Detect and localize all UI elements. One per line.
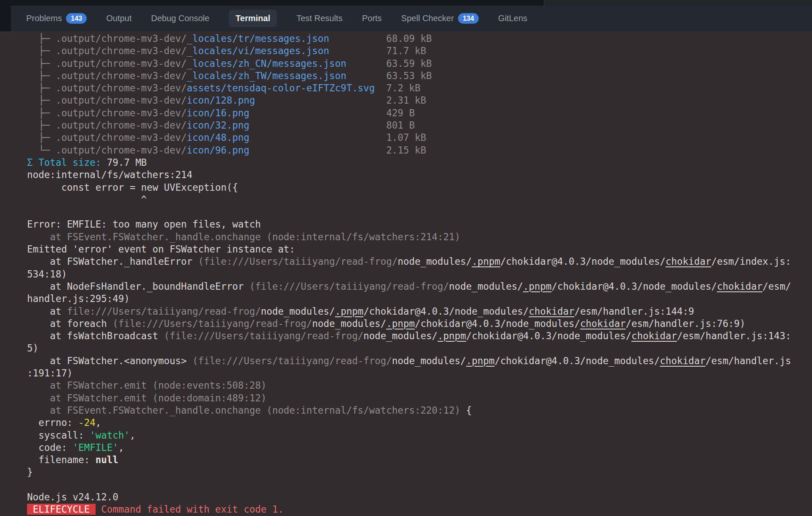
text-segment: 534:18)	[27, 269, 67, 280]
text-segment: /esm/handler.js:144:9	[574, 306, 694, 317]
terminal-output[interactable]: ├─ .output/chrome-mv3-dev/_locales/tr/me…	[27, 33, 801, 516]
tab-label: Debug Console	[151, 14, 209, 23]
file-tree-row: ├─ .output/chrome-mv3-dev/_locales/zh_TW…	[27, 70, 801, 82]
terminal-line: :191:17)	[27, 367, 801, 379]
text-segment: /chokidar@4.0.3/node_modules/	[363, 306, 529, 317]
text-segment: ,	[118, 442, 124, 453]
text-segment: Node.js v24.12.0	[27, 491, 118, 502]
text-segment: 'watch'	[90, 430, 129, 441]
tab-label: Ports	[362, 14, 382, 23]
terminal-line: at FSEvent.FSWatcher._handle.onchange (n…	[27, 231, 801, 243]
file-tree-row: ├─ .output/chrome-mv3-dev/_locales/zh_CN…	[27, 58, 801, 70]
text-segment: node:internal/fs/watchers:214	[27, 169, 192, 180]
terminal-line: at fsWatchBroadcast (file:///Users/taiii…	[27, 330, 801, 342]
text-segment: /esm/	[763, 281, 791, 292]
tab-spell-checker[interactable]: Spell Checker134	[401, 13, 479, 24]
terminal-line: Emitted 'error' event on FSWatcher insta…	[27, 243, 801, 255]
tab-debug-console[interactable]: Debug Console	[151, 14, 209, 23]
text-segment: (file:///Users/taiiiyang/read-frog/	[164, 330, 364, 341]
text-segment: /chokidar@4.0.3/node_modules/	[551, 281, 717, 292]
file-path: _locales/zh_TW/messages.json	[187, 70, 346, 81]
text-segment: /chokidar@4.0.3/node_modules/	[415, 318, 580, 329]
editor-edge-strip-right	[544, 0, 812, 5]
tab-terminal[interactable]: Terminal	[229, 10, 277, 27]
tab-label: GitLens	[498, 14, 527, 23]
text-segment: /chokidar@4.0.3/node_modules/	[494, 355, 660, 366]
text-segment: .pnpm	[523, 281, 551, 292]
file-tree-row: └─ .output/chrome-mv3-dev/icon/96.png2.1…	[27, 144, 801, 156]
tree-branch-and-dir: └─ .output/chrome-mv3-dev/	[27, 145, 187, 156]
text-segment: (file:///Users/taiiiyang/read-frog/	[112, 318, 312, 329]
file-size: 68.09 kB	[386, 33, 432, 45]
text-segment: .pnpm	[472, 256, 500, 267]
tab-count-badge: 143	[66, 13, 87, 24]
tab-label: Output	[106, 14, 132, 23]
file-size: 801 B	[386, 119, 414, 132]
text-segment: Σ Total size:	[27, 157, 101, 168]
terminal-line: 5)	[27, 342, 801, 354]
terminal-line: at FSWatcher.emit (node:domain:489:12)	[27, 392, 801, 404]
tree-branch-and-dir: ├─ .output/chrome-mv3-dev/	[27, 82, 187, 93]
terminal-line: 534:18)	[27, 268, 801, 280]
text-segment: at	[27, 306, 67, 317]
tree-branch-and-dir: ├─ .output/chrome-mv3-dev/	[27, 70, 187, 81]
text-segment: ^	[27, 194, 147, 205]
file-tree-row: ├─ .output/chrome-mv3-dev/_locales/vi/me…	[27, 45, 801, 57]
terminal-line: at NodeFsHandler._boundHandleError (file…	[27, 280, 801, 293]
text-segment: code:	[27, 442, 73, 453]
file-size: 2.31 kB	[386, 94, 426, 107]
tab-output[interactable]: Output	[106, 14, 132, 23]
tab-test-results[interactable]: Test Results	[296, 14, 343, 23]
tab-problems[interactable]: Problems143	[26, 13, 87, 24]
file-size: 1.07 kB	[386, 132, 426, 144]
tab-gitlens[interactable]: GitLens	[498, 14, 527, 23]
tree-branch-and-dir: ├─ .output/chrome-mv3-dev/	[27, 107, 187, 118]
text-segment: ,	[96, 417, 101, 428]
text-segment: ,	[130, 430, 135, 441]
terminal-line: ELIFECYCLE Command failed with exit code…	[27, 503, 801, 516]
text-segment: chokidar	[666, 256, 711, 267]
text-segment: at FSWatcher.emit (node:events:508:28)	[27, 380, 266, 391]
file-size: 71.7 kB	[386, 45, 426, 57]
text-segment: at NodeFsHandler._boundHandleError	[27, 281, 250, 292]
text-segment: /chokidar@4.0.3/node_modules/	[500, 256, 666, 267]
text-segment: .pnpm	[335, 306, 363, 317]
file-path: _locales/tr/messages.json	[187, 33, 329, 44]
file-path: _locales/zh_CN/messages.json	[187, 58, 346, 69]
text-segment: .pnpm	[466, 355, 494, 366]
text-segment: at FSWatcher.<anonymous>	[27, 355, 192, 366]
tab-label: Spell Checker	[401, 14, 454, 23]
text-segment: 'EMFILE'	[73, 442, 118, 453]
terminal-line	[27, 206, 801, 218]
terminal-line: syscall: 'watch',	[27, 429, 801, 442]
file-size: 63.59 kB	[386, 58, 432, 70]
text-segment: node_modules/	[392, 355, 466, 366]
text-segment: node_modules/	[261, 306, 335, 317]
tab-ports[interactable]: Ports	[362, 14, 382, 23]
tree-branch-and-dir: ├─ .output/chrome-mv3-dev/	[27, 33, 187, 44]
terminal-line: errno: -24,	[27, 417, 801, 429]
tree-branch-and-dir: ├─ .output/chrome-mv3-dev/	[27, 58, 187, 69]
terminal-line: ^	[27, 194, 801, 206]
text-segment: (file:///Users/taiiiyang/read-frog/	[192, 355, 392, 366]
tab-label: Problems	[26, 14, 62, 23]
text-segment: /esm/handler.js:76:9)	[625, 318, 745, 329]
file-path: _locales/vi/messages.json	[187, 45, 329, 56]
text-segment: /esm/handler.js:143:	[677, 330, 791, 341]
file-size: 2.15 kB	[386, 144, 426, 156]
text-segment: -24	[78, 417, 95, 428]
text-segment: chokidar	[631, 330, 677, 341]
terminal-line: at FSWatcher._handleError (file:///Users…	[27, 255, 801, 268]
terminal-line: Σ Total size: 79.7 MB	[27, 156, 801, 169]
tree-branch-and-dir: ├─ .output/chrome-mv3-dev/	[27, 120, 187, 131]
terminal-line: Node.js v24.12.0	[27, 491, 801, 503]
text-segment: {	[461, 405, 472, 416]
text-segment: node_modules/	[449, 281, 523, 292]
text-segment: :191:17)	[27, 368, 73, 379]
text-segment: 79.7 MB	[101, 157, 147, 168]
terminal-line: }	[27, 466, 801, 478]
text-segment: at foreach	[27, 318, 112, 329]
tab-label: Test Results	[296, 14, 343, 23]
file-path: icon/48.png	[187, 132, 249, 143]
file-tree-row: ├─ .output/chrome-mv3-dev/icon/16.png429…	[27, 107, 801, 119]
